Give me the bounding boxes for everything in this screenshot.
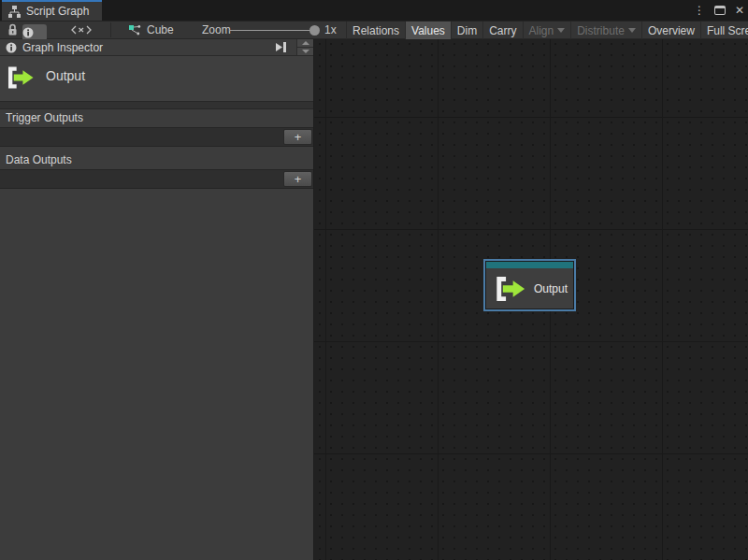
data-outputs-list: + xyxy=(0,169,313,189)
info-icon xyxy=(6,42,17,53)
script-graph-icon xyxy=(8,6,21,18)
code-preview-button[interactable] xyxy=(67,22,95,38)
code-icon xyxy=(71,25,92,35)
align-dropdown[interactable]: Align xyxy=(523,22,571,39)
overview-button[interactable]: Overview xyxy=(641,22,700,39)
values-button[interactable]: Values xyxy=(405,22,451,39)
title-bar: Script Graph ⋮ ✕ xyxy=(0,0,748,21)
output-unit-icon xyxy=(7,65,35,91)
carry-button[interactable]: Carry xyxy=(482,22,522,39)
toolbar: Cube Zoom 1x Relations Values Dim Carry … xyxy=(0,21,748,39)
output-unit-icon xyxy=(496,277,526,301)
trigger-outputs-list: + xyxy=(0,127,313,147)
lock-button[interactable] xyxy=(5,22,20,38)
graph-canvas[interactable]: Output xyxy=(314,39,748,560)
lock-icon xyxy=(7,23,18,36)
zoom-slider-handle[interactable] xyxy=(309,25,320,36)
inspector-header: Graph Inspector xyxy=(0,39,313,56)
triangle-down-icon xyxy=(302,50,309,53)
close-icon[interactable]: ✕ xyxy=(735,5,744,16)
context-label: Cube xyxy=(147,23,174,36)
zoom-slider-track[interactable] xyxy=(229,30,315,31)
zoom-control: Zoom xyxy=(202,22,231,38)
trigger-outputs-label: Trigger Outputs xyxy=(0,109,313,125)
window-menu-icon[interactable]: ⋮ xyxy=(694,5,705,16)
tab-label: Script Graph xyxy=(26,5,89,18)
dock-inspector-button[interactable] xyxy=(275,42,287,52)
add-trigger-output-button[interactable]: + xyxy=(283,129,312,145)
output-node[interactable]: Output xyxy=(483,259,576,311)
dock-right-icon xyxy=(275,42,287,52)
zoom-label: Zoom xyxy=(202,23,231,36)
toolbar-button-group: Relations Values Dim Carry Align Distrib… xyxy=(346,22,748,39)
node-label: Output xyxy=(534,282,568,295)
tab-script-graph[interactable]: Script Graph xyxy=(2,0,102,21)
section-divider xyxy=(0,102,313,109)
chevron-down-icon xyxy=(628,28,636,33)
inspector-scroll-stepper xyxy=(296,39,313,55)
data-outputs-label: Data Outputs xyxy=(0,151,313,167)
distribute-dropdown[interactable]: Distribute xyxy=(570,22,641,39)
zoom-value: 1x xyxy=(324,22,337,38)
add-data-output-button[interactable]: + xyxy=(283,171,312,187)
scroll-up-button[interactable] xyxy=(297,39,313,47)
maximize-icon[interactable] xyxy=(714,6,726,15)
scroll-down-button[interactable] xyxy=(297,47,313,55)
graph-inspector-panel: Graph Inspector Output Trigger Outputs +… xyxy=(0,39,314,560)
graph-node-icon xyxy=(128,24,141,36)
info-icon xyxy=(22,27,34,38)
toolbar-separator xyxy=(110,22,111,37)
triangle-up-icon xyxy=(302,41,309,45)
unit-title: Output xyxy=(46,68,85,83)
relations-button[interactable]: Relations xyxy=(346,22,405,39)
fullscreen-button[interactable]: Full Screen xyxy=(700,22,748,39)
graph-context-breadcrumb[interactable]: Cube xyxy=(128,22,174,38)
inspector-title: Graph Inspector xyxy=(22,41,103,54)
chevron-down-icon xyxy=(557,28,565,33)
unit-header-section: Output xyxy=(0,56,313,102)
node-header-bar xyxy=(486,262,573,268)
dim-button[interactable]: Dim xyxy=(451,22,482,39)
